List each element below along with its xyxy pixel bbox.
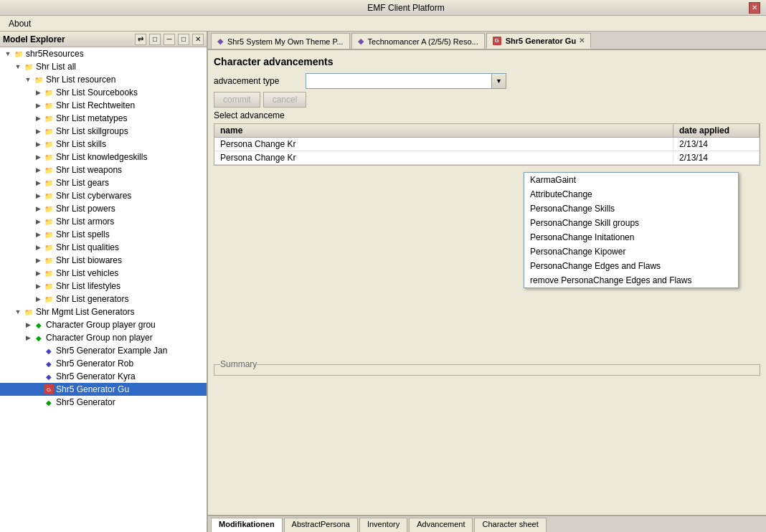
bottom-tab-character-sheet[interactable]: Character sheet <box>474 518 546 532</box>
menu-bar: About <box>0 16 766 32</box>
tree-label: Shr List knowledgeskills <box>56 152 147 162</box>
tree-label: Shr List all <box>36 62 76 72</box>
bottom-tab-modifikationen[interactable]: Modifikationen <box>211 518 283 532</box>
tree-item-character-group-player[interactable]: ▶ ◆ Character Group player grou <box>0 318 207 331</box>
commit-button[interactable]: commit <box>214 92 260 108</box>
dropdown-item-karmagai[interactable]: KarmaGaint <box>524 173 738 187</box>
tree-item-metatypes[interactable]: ▶ 📁 Shr List metatypes <box>0 112 207 125</box>
tree-toggle[interactable]: ▶ <box>33 218 43 225</box>
tree-item-shr5resources[interactable]: ▼ 📁 shr5Resources <box>0 47 207 60</box>
tree-toggle[interactable]: ▶ <box>33 295 43 303</box>
dropdown-item-personachange-edges[interactable]: PersonaChange Edges and Flaws <box>524 259 738 273</box>
tree-item-skills[interactable]: ▶ 📁 Shr List skills <box>0 138 207 151</box>
tree-toggle[interactable]: ▶ <box>23 321 33 328</box>
tree-toggle[interactable]: ▶ <box>23 334 33 341</box>
tree-item-powers[interactable]: ▶ 📁 Shr List powers <box>0 202 207 215</box>
tree-item-shr5-generator-kyra[interactable]: ◆ Shr5 Generator Kyra <box>0 370 207 383</box>
advacement-type-combobox[interactable]: ▼ <box>306 73 506 89</box>
tree-item-shr5-generator-example-jan[interactable]: ◆ Shr5 Generator Example Jan <box>0 344 207 357</box>
tree-toggle[interactable]: ▶ <box>33 141 43 148</box>
tree-item-lifestyles[interactable]: ▶ 📁 Shr List lifestyles <box>0 280 207 293</box>
tree-toggle[interactable]: ▶ <box>33 205 43 212</box>
tree-toggle[interactable]: ▶ <box>33 166 43 174</box>
tree-item-gears[interactable]: ▶ 📁 Shr List gears <box>0 176 207 189</box>
tree-toggle[interactable]: ▼ <box>13 63 23 70</box>
tree-toggle[interactable]: ▼ <box>3 50 13 57</box>
folder-icon: 📁 <box>43 153 55 161</box>
tree-toggle[interactable]: ▶ <box>33 153 43 161</box>
tab-close-btn[interactable]: ✕ <box>579 37 585 44</box>
menu-about[interactable]: About <box>3 17 37 30</box>
tree-item-skillgroups[interactable]: ▶ 📁 Shr List skillgroups <box>0 125 207 138</box>
tree-label: Shr List Rechtweiten <box>56 100 135 110</box>
tree-item-shr-mgmt-list-generators[interactable]: ▼ 📁 Shr Mgmt List Generators <box>0 305 207 318</box>
tree-item-knowledgeskills[interactable]: ▶ 📁 Shr List knowledgeskills <box>0 151 207 163</box>
dropdown-item-personachange-skillgroups[interactable]: PersonaChange Skill groups <box>524 216 738 230</box>
panel-close-btn[interactable]: ✕ <box>192 34 204 45</box>
panel-minimize-btn[interactable]: ─ <box>164 34 175 45</box>
tab-shr5-generator-gu[interactable]: G Shr5 Generator Gu ✕ <box>486 33 591 49</box>
tree-item-generators[interactable]: ▶ 📁 Shr List generators <box>0 293 207 305</box>
folder-icon: 📁 <box>43 231 55 239</box>
bottom-tab-advancement[interactable]: Advancement <box>409 518 473 532</box>
bottom-tab-inventory[interactable]: Inventory <box>359 518 407 532</box>
combo-dropdown-btn[interactable]: ▼ <box>491 74 506 88</box>
tab-technomancer[interactable]: ◆ Technomancer A (2/5/5) Reso... <box>351 33 485 49</box>
tree-toggle[interactable]: ▶ <box>33 89 43 96</box>
close-button[interactable]: ✕ <box>749 2 760 14</box>
right-panel: ◆ Shr5 System My Own Theme P... ◆ Techno… <box>208 32 766 532</box>
tree-toggle[interactable]: ▶ <box>33 192 43 199</box>
dropdown-item-remove-personachange-edges[interactable]: remove PersonaChange Edges and Flaws <box>524 273 738 288</box>
tree-toggle[interactable]: ▶ <box>33 115 43 122</box>
tree-label: Shr List gears <box>56 178 109 188</box>
tree-toggle[interactable]: ▼ <box>23 76 33 83</box>
tree-item-character-group-non-player[interactable]: ▶ ◆ Character Group non player <box>0 331 207 344</box>
tree-item-spells[interactable]: ▶ 📁 Shr List spells <box>0 228 207 241</box>
tree-item-shr-list-all[interactable]: ▼ 📁 Shr List all <box>0 60 207 73</box>
panel-sync-btn[interactable]: ⇄ <box>135 34 146 45</box>
tree-item-weapons[interactable]: ▶ 📁 Shr List weapons <box>0 163 207 176</box>
dropdown-item-personachange-kipower[interactable]: PersonaChange Kipower <box>524 244 738 259</box>
tree-label: Shr5 Generator Example Jan <box>56 346 167 356</box>
tree-toggle[interactable]: ▶ <box>33 270 43 277</box>
table-row[interactable]: Persona Change Kr 2/13/14 <box>214 138 760 151</box>
tree-item-shr-list-resourcen[interactable]: ▼ 📁 Shr List resourcen <box>0 73 207 86</box>
tree-toggle[interactable]: ▶ <box>33 282 43 290</box>
bottom-tab-abstractpersona[interactable]: AbstractPersona <box>284 518 358 532</box>
tree-toggle[interactable]: ▶ <box>33 231 43 238</box>
panel-header: Model Explorer ⇄ □ ─ □ ✕ <box>0 32 207 47</box>
tree-toggle[interactable]: ▶ <box>33 128 43 135</box>
tree-item-biowares[interactable]: ▶ 📁 Shr List biowares <box>0 254 207 267</box>
dropdown-item-personachange-skills[interactable]: PersonaChange Skills <box>524 201 738 216</box>
tree-item-cyberwares[interactable]: ▶ 📁 Shr List cyberwares <box>0 189 207 202</box>
tree-item-qualities[interactable]: ▶ 📁 Shr List qualities <box>0 241 207 254</box>
th-name: name <box>214 124 673 137</box>
tree-label: Shr List skillgroups <box>56 126 128 136</box>
dropdown-item-personachange-initationen[interactable]: PersonaChange Initationen <box>524 230 738 244</box>
panel-maximize-btn[interactable]: □ <box>178 34 189 45</box>
tree-toggle[interactable]: ▶ <box>33 244 43 251</box>
tree-label: Shr List qualities <box>56 242 119 252</box>
advacement-type-input[interactable] <box>306 74 491 88</box>
table-row[interactable]: Persona Change Kr 2/13/14 <box>214 151 760 165</box>
cancel-button[interactable]: cancel <box>263 92 307 108</box>
tab-label: Technomancer A (2/5/5) Reso... <box>368 37 478 46</box>
tree-item-rechtweiten[interactable]: ▶ 📁 Shr List Rechtweiten <box>0 99 207 112</box>
tree-item-shr5-generator[interactable]: ◆ Shr5 Generator <box>0 396 207 409</box>
tree-item-shr5-generator-gu[interactable]: G Shr5 Generator Gu <box>0 383 207 396</box>
folder-icon: 📁 <box>43 128 55 136</box>
panel-new-btn[interactable]: □ <box>149 34 161 45</box>
dropdown-item-attributechange[interactable]: AttributeChange <box>524 187 738 201</box>
tree-toggle[interactable]: ▼ <box>13 308 23 315</box>
tree-item-shr5-generator-rob[interactable]: ◆ Shr5 Generator Rob <box>0 357 207 370</box>
tree-item-vehicles[interactable]: ▶ 📁 Shr List vehicles <box>0 267 207 280</box>
tree-toggle[interactable]: ▶ <box>33 179 43 186</box>
tree-toggle[interactable]: ▶ <box>33 257 43 264</box>
tree-toggle[interactable]: ▶ <box>33 102 43 109</box>
img-icon: G <box>43 384 55 394</box>
tree-label: Character Group player grou <box>46 320 156 330</box>
tree-item-armors[interactable]: ▶ 📁 Shr List armors <box>0 215 207 228</box>
tab-shr5-system[interactable]: ◆ Shr5 System My Own Theme P... <box>211 33 350 49</box>
folder-icon: 📁 <box>43 166 55 174</box>
tree-item-sourcebooks[interactable]: ▶ 📁 Shr List Sourcebooks <box>0 86 207 99</box>
